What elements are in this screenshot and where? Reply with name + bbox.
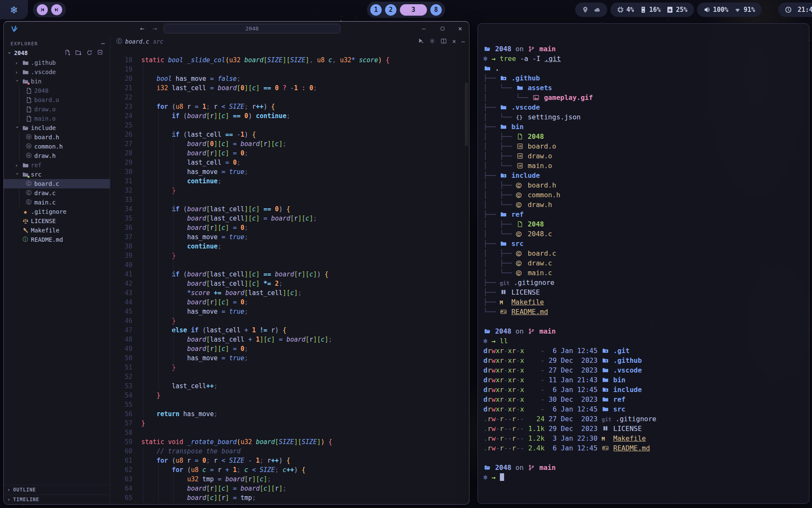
chevron-right-icon: ›: [7, 497, 11, 502]
breadcrumb-filename[interactable]: board.c: [125, 38, 149, 45]
tree-item-Makefile[interactable]: Makefile: [4, 226, 110, 235]
code-line-23: 23 for (u8 r = 1; r < SIZE; r++) {: [110, 102, 469, 111]
breadcrumb-dir[interactable]: src: [153, 38, 163, 45]
md-icon: [500, 309, 508, 315]
code-line-59: 59static void _rotate_board(u32 board[SI…: [110, 437, 469, 447]
tree-output-row: └── README.md: [483, 307, 805, 317]
close-window-button[interactable]: ×: [454, 22, 466, 35]
text-icon: git: [500, 278, 510, 288]
command-center-search[interactable]: [164, 24, 340, 33]
snowflake-icon: ❄: [11, 4, 17, 15]
line-number: 59: [110, 437, 132, 447]
close-editor-icon[interactable]: ×: [452, 38, 456, 45]
workspace-button-8[interactable]: 8: [431, 4, 442, 16]
line-number: 19: [110, 65, 132, 74]
tree-item-LICENSE[interactable]: LICENSE: [4, 216, 110, 226]
tree-item-board.h[interactable]: Ⓗboard.h: [4, 133, 110, 142]
workspace-button-3[interactable]: 3: [400, 4, 427, 16]
code-line-58: 58: [110, 428, 469, 437]
tree-item-main.c[interactable]: Ⓒmain.c: [4, 198, 110, 207]
tree-item-.vscode[interactable]: ›.vscode: [4, 67, 110, 77]
nav-back-arrow[interactable]: ←: [140, 22, 144, 35]
tree-item-draw.h[interactable]: Ⓗdraw.h: [4, 151, 110, 160]
media-prev-button[interactable]: [37, 4, 48, 15]
tree-item-README.md[interactable]: ⓘREADME.md: [4, 235, 110, 244]
tree-item-src[interactable]: ›src: [4, 170, 110, 179]
tree-item-label: .vscode: [4, 69, 56, 75]
outline-panel-header[interactable]: › OUTLINE: [4, 485, 110, 494]
tree-item-include[interactable]: ›include: [4, 123, 110, 133]
tree-item-draw.o[interactable]: draw.o: [4, 105, 110, 114]
cloud-icon: [594, 6, 601, 13]
new-file-button[interactable]: [64, 50, 71, 56]
tree-item-draw.c[interactable]: Ⓒdraw.c: [4, 188, 110, 198]
clock-widget[interactable]: 21:46: [778, 3, 812, 17]
code-indent-guide: [158, 111, 159, 391]
tree-item-label: .gitignore: [4, 208, 66, 215]
line-number: 61: [110, 456, 132, 465]
editor-tabstrip[interactable]: Ⓒ board.c src × ⋯: [110, 35, 469, 48]
editor-titlebar[interactable]: ← → – ×: [4, 22, 469, 35]
disk-value: 25%: [676, 6, 687, 14]
folder-icon: [500, 211, 508, 218]
shell-prompt: 2048 on main: [483, 326, 805, 336]
file-icon: [25, 106, 33, 113]
nav-forward-arrow[interactable]: →: [153, 22, 157, 35]
tree-item-main.o[interactable]: main.o: [4, 114, 110, 123]
tree-output-row: │ └── assets: [483, 83, 805, 93]
workspace-button-2[interactable]: 2: [385, 4, 397, 16]
collapse-all-button[interactable]: [97, 50, 104, 56]
volume-stat[interactable]: 100%: [704, 6, 728, 14]
tree-item-bin[interactable]: ›bin: [4, 77, 110, 86]
tree-item-board.c[interactable]: Ⓒboard.c: [4, 179, 110, 188]
code-line-19: 19: [110, 65, 469, 74]
code-line-46: 46 }: [110, 316, 469, 326]
text-icon: {}: [516, 113, 524, 122]
folder-icon: [601, 367, 609, 373]
code-line-30: 30 has_move = true;: [110, 167, 469, 177]
tree-item-2048[interactable]: 2048: [4, 86, 110, 95]
file-type-icon: Ⓗ: [25, 133, 33, 141]
minimize-button[interactable]: –: [417, 22, 430, 35]
tree-item-ref[interactable]: ›ref: [4, 160, 110, 170]
more-actions-icon[interactable]: ⋯: [461, 39, 465, 45]
terminal-window[interactable]: 2048 on main❄ → tree -a -I .git .├── .gi…: [477, 23, 809, 504]
file-icon: [516, 133, 524, 140]
gear-icon[interactable]: [429, 38, 435, 45]
split-editor-icon[interactable]: [441, 38, 447, 45]
explorer-more-icon[interactable]: ⋯: [101, 40, 105, 47]
line-number: 63: [110, 475, 132, 484]
tree-item-common.h[interactable]: Ⓗcommon.h: [4, 142, 110, 151]
refresh-button[interactable]: [86, 50, 93, 56]
star: [23, 505, 23, 506]
wifi-stat[interactable]: 91%: [734, 6, 755, 14]
code-line-52: 52: [110, 372, 469, 381]
file-type-icon: ⓘ: [22, 236, 29, 243]
tree-output-row: ├── LICENSE: [483, 287, 805, 297]
ls-output-row: .rw-r--r-- 2.4k 6 Jan 12:45 README.md: [483, 443, 805, 453]
weather-widget[interactable]: [575, 3, 607, 17]
project-root-row[interactable]: › 2048: [4, 48, 110, 58]
maximize-button[interactable]: [436, 22, 449, 35]
terminal-cursor: [500, 473, 504, 481]
tree-item-.gitignore[interactable]: ◆.gitignore: [4, 207, 110, 216]
workspace-button-1[interactable]: 1: [370, 4, 382, 16]
tree-item-label: LICENSE: [4, 218, 56, 224]
launcher-button[interactable]: ❄: [0, 0, 28, 19]
code-line-40: 40: [110, 260, 469, 270]
code-area[interactable]: 18static bool _slide_col(u32 board[SIZE]…: [110, 48, 469, 504]
folder-gh-icon: [500, 75, 508, 81]
tree-item-.github[interactable]: ›.github: [4, 58, 110, 67]
md-icon: [601, 445, 609, 451]
editor-scrollbar[interactable]: [465, 83, 468, 146]
system-stats: 4% 16% 25%: [610, 3, 694, 17]
code-line-24: 24 if (board[r][c] == 0) continue;: [110, 111, 469, 121]
media-next-button[interactable]: [51, 4, 62, 15]
skip-back-icon: [40, 7, 45, 12]
tree-item-board.o[interactable]: board.o: [4, 95, 110, 105]
git-branch-icon: [528, 46, 535, 52]
timeline-panel-header[interactable]: › TIMELINE: [4, 494, 110, 504]
new-folder-button[interactable]: [75, 50, 82, 56]
text-icon: Ⓒ: [516, 229, 524, 239]
run-button[interactable]: [418, 38, 424, 45]
